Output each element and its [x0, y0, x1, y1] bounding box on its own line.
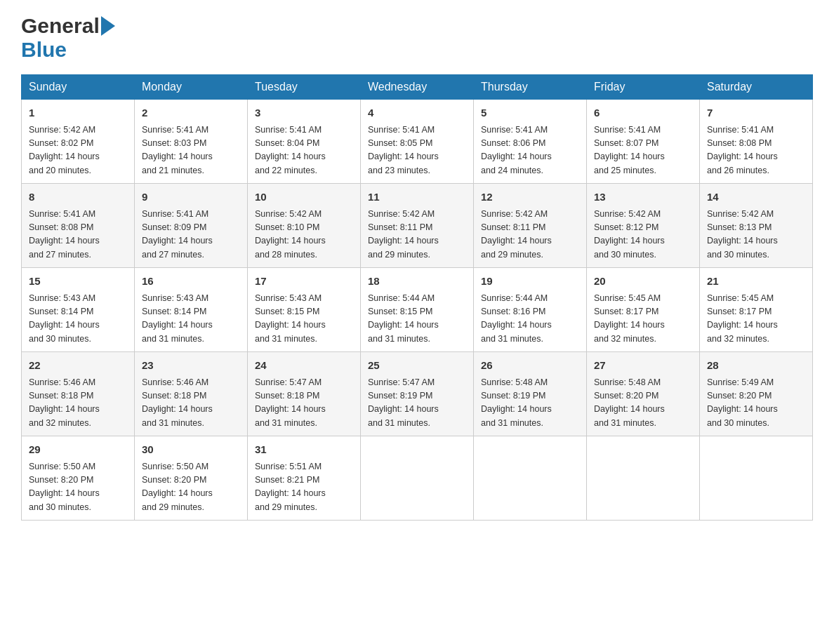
day-number: 27	[594, 358, 692, 374]
day-number: 15	[29, 274, 127, 290]
day-cell	[474, 436, 587, 521]
header-monday: Monday	[135, 75, 248, 100]
day-info: Sunrise: 5:41 AMSunset: 8:04 PMDaylight:…	[255, 123, 353, 178]
day-cell: 20Sunrise: 5:45 AMSunset: 8:17 PMDayligh…	[587, 268, 700, 352]
day-cell: 18Sunrise: 5:44 AMSunset: 8:15 PMDayligh…	[361, 268, 474, 352]
day-number: 30	[142, 442, 240, 458]
day-info: Sunrise: 5:44 AMSunset: 8:15 PMDaylight:…	[368, 292, 466, 347]
day-number: 13	[594, 189, 692, 206]
day-number: 19	[481, 274, 579, 290]
day-info: Sunrise: 5:43 AMSunset: 8:15 PMDaylight:…	[255, 292, 353, 347]
day-info: Sunrise: 5:45 AMSunset: 8:17 PMDaylight:…	[594, 292, 692, 347]
day-info: Sunrise: 5:50 AMSunset: 8:20 PMDaylight:…	[142, 460, 240, 515]
day-number: 17	[255, 274, 353, 290]
day-info: Sunrise: 5:41 AMSunset: 8:05 PMDaylight:…	[368, 123, 466, 178]
day-number: 3	[255, 105, 353, 121]
day-info: Sunrise: 5:41 AMSunset: 8:08 PMDaylight:…	[707, 123, 805, 178]
day-info: Sunrise: 5:41 AMSunset: 8:03 PMDaylight:…	[142, 123, 240, 178]
day-number: 23	[142, 358, 240, 374]
day-number: 4	[368, 105, 466, 121]
day-cell: 3Sunrise: 5:41 AMSunset: 8:04 PMDaylight…	[248, 100, 361, 184]
day-number: 9	[142, 189, 240, 206]
day-number: 12	[481, 189, 579, 206]
day-cell: 25Sunrise: 5:47 AMSunset: 8:19 PMDayligh…	[361, 352, 474, 436]
day-cell: 24Sunrise: 5:47 AMSunset: 8:18 PMDayligh…	[248, 352, 361, 436]
header-sunday: Sunday	[22, 75, 135, 100]
week-row-4: 22Sunrise: 5:46 AMSunset: 8:18 PMDayligh…	[22, 352, 813, 436]
day-cell: 8Sunrise: 5:41 AMSunset: 8:08 PMDaylight…	[22, 184, 135, 268]
day-cell: 19Sunrise: 5:44 AMSunset: 8:16 PMDayligh…	[474, 268, 587, 352]
day-number: 22	[29, 358, 127, 374]
logo-blue-text: Blue	[21, 38, 67, 62]
day-number: 21	[707, 274, 805, 290]
day-info: Sunrise: 5:47 AMSunset: 8:19 PMDaylight:…	[368, 376, 466, 431]
day-number: 20	[594, 274, 692, 290]
day-cell: 10Sunrise: 5:42 AMSunset: 8:10 PMDayligh…	[248, 184, 361, 268]
header-wednesday: Wednesday	[361, 75, 474, 100]
header-saturday: Saturday	[700, 75, 813, 100]
day-info: Sunrise: 5:42 AMSunset: 8:11 PMDaylight:…	[481, 208, 579, 262]
day-number: 31	[255, 442, 353, 458]
day-info: Sunrise: 5:51 AMSunset: 8:21 PMDaylight:…	[255, 460, 353, 515]
week-row-5: 29Sunrise: 5:50 AMSunset: 8:20 PMDayligh…	[22, 436, 813, 521]
day-number: 8	[29, 189, 127, 206]
day-number: 5	[481, 105, 579, 121]
week-row-3: 15Sunrise: 5:43 AMSunset: 8:14 PMDayligh…	[22, 268, 813, 352]
day-number: 2	[142, 105, 240, 121]
day-cell: 16Sunrise: 5:43 AMSunset: 8:14 PMDayligh…	[135, 268, 248, 352]
logo-general-text: General	[21, 14, 100, 38]
day-info: Sunrise: 5:48 AMSunset: 8:19 PMDaylight:…	[481, 376, 579, 431]
day-cell	[700, 436, 813, 521]
week-row-1: 1Sunrise: 5:42 AMSunset: 8:02 PMDaylight…	[22, 100, 813, 184]
header-tuesday: Tuesday	[248, 75, 361, 100]
day-number: 11	[368, 189, 466, 206]
day-cell: 21Sunrise: 5:45 AMSunset: 8:17 PMDayligh…	[700, 268, 813, 352]
header-thursday: Thursday	[474, 75, 587, 100]
day-cell: 12Sunrise: 5:42 AMSunset: 8:11 PMDayligh…	[474, 184, 587, 268]
day-info: Sunrise: 5:41 AMSunset: 8:08 PMDaylight:…	[29, 208, 127, 262]
day-info: Sunrise: 5:46 AMSunset: 8:18 PMDaylight:…	[142, 376, 240, 431]
day-cell	[587, 436, 700, 521]
header-friday: Friday	[587, 75, 700, 100]
day-info: Sunrise: 5:42 AMSunset: 8:10 PMDaylight:…	[255, 208, 353, 262]
day-info: Sunrise: 5:46 AMSunset: 8:18 PMDaylight:…	[29, 376, 127, 431]
day-info: Sunrise: 5:49 AMSunset: 8:20 PMDaylight:…	[707, 376, 805, 431]
calendar-table: SundayMondayTuesdayWednesdayThursdayFrid…	[21, 74, 813, 521]
day-cell: 4Sunrise: 5:41 AMSunset: 8:05 PMDaylight…	[361, 100, 474, 184]
day-cell: 6Sunrise: 5:41 AMSunset: 8:07 PMDaylight…	[587, 100, 700, 184]
day-info: Sunrise: 5:44 AMSunset: 8:16 PMDaylight:…	[481, 292, 579, 347]
day-cell: 5Sunrise: 5:41 AMSunset: 8:06 PMDaylight…	[474, 100, 587, 184]
day-cell: 23Sunrise: 5:46 AMSunset: 8:18 PMDayligh…	[135, 352, 248, 436]
day-info: Sunrise: 5:43 AMSunset: 8:14 PMDaylight:…	[142, 292, 240, 347]
day-cell: 11Sunrise: 5:42 AMSunset: 8:11 PMDayligh…	[361, 184, 474, 268]
day-number: 29	[29, 442, 127, 458]
day-cell: 30Sunrise: 5:50 AMSunset: 8:20 PMDayligh…	[135, 436, 248, 521]
day-cell: 22Sunrise: 5:46 AMSunset: 8:18 PMDayligh…	[22, 352, 135, 436]
day-info: Sunrise: 5:47 AMSunset: 8:18 PMDaylight:…	[255, 376, 353, 431]
day-cell: 13Sunrise: 5:42 AMSunset: 8:12 PMDayligh…	[587, 184, 700, 268]
day-cell: 15Sunrise: 5:43 AMSunset: 8:14 PMDayligh…	[22, 268, 135, 352]
day-info: Sunrise: 5:41 AMSunset: 8:09 PMDaylight:…	[142, 208, 240, 262]
day-cell: 31Sunrise: 5:51 AMSunset: 8:21 PMDayligh…	[248, 436, 361, 521]
day-number: 25	[368, 358, 466, 374]
days-header-row: SundayMondayTuesdayWednesdayThursdayFrid…	[22, 75, 813, 100]
day-number: 14	[707, 189, 805, 206]
day-info: Sunrise: 5:42 AMSunset: 8:11 PMDaylight:…	[368, 208, 466, 262]
day-cell: 7Sunrise: 5:41 AMSunset: 8:08 PMDaylight…	[700, 100, 813, 184]
day-cell: 29Sunrise: 5:50 AMSunset: 8:20 PMDayligh…	[22, 436, 135, 521]
day-number: 1	[29, 105, 127, 121]
day-info: Sunrise: 5:41 AMSunset: 8:07 PMDaylight:…	[594, 123, 692, 178]
page-header: General Blue	[21, 14, 813, 62]
logo: General Blue	[21, 14, 115, 62]
day-cell: 1Sunrise: 5:42 AMSunset: 8:02 PMDaylight…	[22, 100, 135, 184]
day-cell	[361, 436, 474, 521]
week-row-2: 8Sunrise: 5:41 AMSunset: 8:08 PMDaylight…	[22, 184, 813, 268]
day-number: 7	[707, 105, 805, 121]
logo-arrow-icon	[101, 16, 115, 36]
day-cell: 14Sunrise: 5:42 AMSunset: 8:13 PMDayligh…	[700, 184, 813, 268]
day-cell: 9Sunrise: 5:41 AMSunset: 8:09 PMDaylight…	[135, 184, 248, 268]
day-cell: 26Sunrise: 5:48 AMSunset: 8:19 PMDayligh…	[474, 352, 587, 436]
day-number: 16	[142, 274, 240, 290]
day-number: 26	[481, 358, 579, 374]
day-info: Sunrise: 5:43 AMSunset: 8:14 PMDaylight:…	[29, 292, 127, 347]
